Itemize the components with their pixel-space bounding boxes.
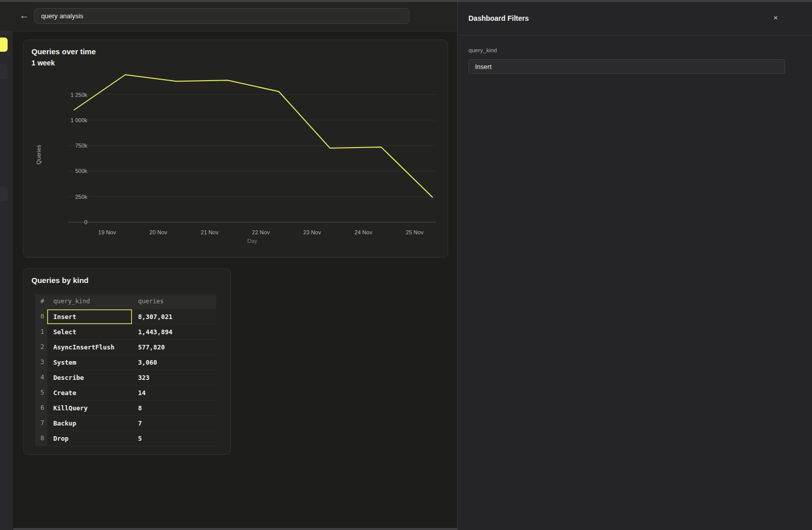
query-kind-filter-input[interactable] bbox=[468, 59, 785, 74]
y-tick-label: 750k bbox=[75, 143, 87, 149]
sidebar-item[interactable] bbox=[0, 64, 8, 79]
table-row: 6KillQuery8 bbox=[35, 400, 216, 415]
x-tick-label: 20 Nov bbox=[150, 229, 167, 235]
row-index-cell: 3 bbox=[35, 355, 47, 370]
x-tick-label: 25 Nov bbox=[406, 229, 424, 235]
queries-by-kind-table: #query_kindqueries 0Insert8,307,0211Sele… bbox=[35, 294, 216, 446]
queries-value-cell[interactable]: 323 bbox=[132, 370, 216, 385]
queries-value-cell[interactable]: 3,060 bbox=[132, 355, 216, 370]
table-title: Queries by kind bbox=[31, 276, 89, 285]
table-row: 8Drop5 bbox=[35, 431, 216, 446]
row-index-cell: 5 bbox=[35, 385, 47, 400]
row-index-cell: 6 bbox=[35, 400, 47, 415]
queries-value-cell[interactable]: 14 bbox=[132, 385, 216, 400]
column-header-query_kind: query_kind bbox=[47, 294, 132, 309]
query-kind-cell[interactable]: AsyncInsertFlush bbox=[47, 339, 132, 355]
queries-by-kind-card: Queries by kind #query_kindqueries 0Inse… bbox=[23, 268, 231, 455]
y-tick-label: 1 000k bbox=[71, 117, 88, 123]
app-window: ← 2 + New visualization Global filters Q… bbox=[0, 0, 812, 530]
left-sidebar-rail bbox=[0, 2, 13, 530]
row-index-cell: 2 bbox=[35, 339, 47, 355]
row-index-cell: 4 bbox=[35, 370, 47, 385]
table-row: 4Describe323 bbox=[35, 370, 216, 385]
query-kind-cell[interactable]: Describe bbox=[47, 370, 132, 385]
queries-over-time-card: Queries over time 1 week 0250k500k750k1 … bbox=[23, 40, 448, 258]
dashboard-filters-panel: Dashboard Filters × query_kind bbox=[457, 2, 812, 530]
back-arrow-icon[interactable]: ← bbox=[19, 11, 29, 20]
table-row: 7Backup7 bbox=[35, 415, 216, 431]
queries-value-cell[interactable]: 7 bbox=[132, 415, 216, 431]
queries-line-series bbox=[74, 75, 432, 197]
table-row: 1Select1,443,894 bbox=[35, 324, 216, 339]
panel-divider bbox=[458, 35, 812, 36]
query-kind-cell[interactable]: KillQuery bbox=[47, 400, 132, 415]
table-row: 3System3,060 bbox=[35, 355, 216, 370]
row-index-cell: 7 bbox=[35, 415, 47, 431]
queries-value-cell[interactable]: 5 bbox=[132, 431, 216, 446]
filters-panel-title: Dashboard Filters bbox=[468, 14, 529, 22]
x-tick-label: 23 Nov bbox=[303, 229, 321, 235]
y-tick-label: 500k bbox=[75, 168, 87, 174]
query-kind-cell[interactable]: Drop bbox=[47, 431, 132, 446]
query-kind-filter-label: query_kind bbox=[468, 47, 497, 53]
table-row: 5Create14 bbox=[35, 385, 216, 400]
row-index-cell: 1 bbox=[35, 324, 47, 339]
x-axis-title: Day bbox=[247, 238, 257, 244]
query-kind-cell[interactable]: Backup bbox=[47, 415, 132, 431]
queries-table-body: 0Insert8,307,0211Select1,443,8942AsyncIn… bbox=[35, 309, 216, 446]
table-row: 0Insert8,307,021 bbox=[35, 309, 216, 324]
table-row: 2AsyncInsertFlush577,820 bbox=[35, 339, 216, 355]
x-tick-label: 19 Nov bbox=[98, 229, 116, 235]
table-header-row: #query_kindqueries bbox=[35, 294, 216, 309]
x-tick-label: 24 Nov bbox=[355, 229, 373, 235]
dashboard-title-input[interactable] bbox=[34, 8, 410, 24]
queries-value-cell[interactable]: 8 bbox=[132, 400, 216, 415]
query-kind-cell[interactable]: System bbox=[47, 355, 132, 370]
y-axis-title: Queries bbox=[36, 145, 42, 164]
query-kind-cell[interactable]: Create bbox=[47, 385, 132, 400]
column-header-index: # bbox=[35, 294, 47, 309]
queries-value-cell[interactable]: 8,307,021 bbox=[132, 309, 216, 324]
row-index-cell: 0 bbox=[35, 309, 47, 324]
rail-divider bbox=[0, 33, 13, 33]
column-header-queries: queries bbox=[132, 294, 216, 309]
queries-value-cell[interactable]: 1,443,894 bbox=[132, 324, 216, 339]
close-icon[interactable]: × bbox=[773, 13, 778, 22]
queries-value-cell[interactable]: 577,820 bbox=[132, 339, 216, 355]
x-tick-label: 21 Nov bbox=[201, 229, 219, 235]
query-kind-cell-selected[interactable]: Insert bbox=[47, 309, 132, 324]
x-tick-label: 22 Nov bbox=[252, 229, 270, 235]
y-tick-label: 0 bbox=[84, 219, 87, 225]
query-kind-cell[interactable]: Select bbox=[47, 324, 132, 339]
queries-over-time-chart: 0250k500k750k1 000k1 250k19 Nov20 Nov21 … bbox=[23, 40, 449, 258]
row-index-cell: 8 bbox=[35, 431, 47, 446]
horizontal-scrollbar[interactable] bbox=[13, 528, 457, 530]
sidebar-item-active-indicator[interactable] bbox=[0, 38, 8, 52]
sidebar-item[interactable] bbox=[0, 186, 8, 201]
y-tick-label: 1 250k bbox=[71, 92, 88, 98]
y-tick-label: 250k bbox=[75, 194, 87, 200]
